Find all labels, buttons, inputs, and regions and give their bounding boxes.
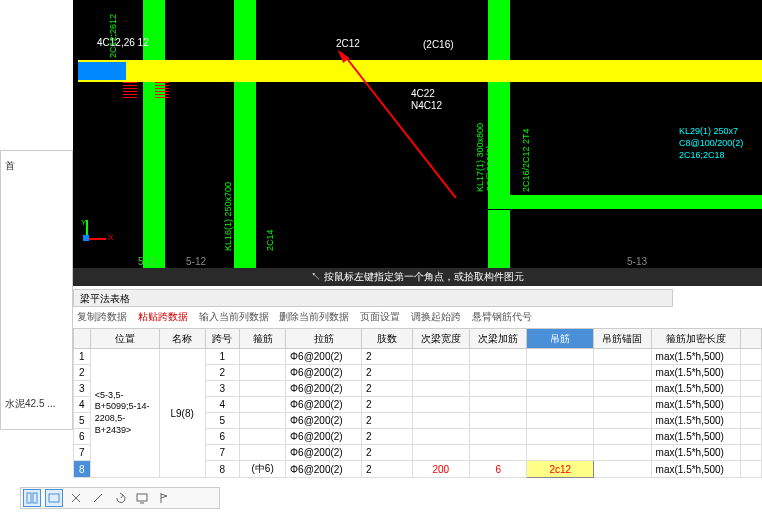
bottom-toolbar [20, 487, 220, 509]
beam-label: C8@200(2) [485, 145, 495, 192]
cursor-icon: ↖ [311, 271, 324, 282]
cell-span[interactable]: 2 [205, 365, 239, 381]
col-hanger[interactable]: 吊筋 [527, 329, 594, 349]
cell-tie[interactable]: Φ6@200(2) [286, 349, 362, 365]
beam-label: KL16(1) 250x700 [223, 182, 233, 251]
row-num[interactable]: 8 [74, 461, 91, 478]
beam-label: C8@100/200(2) [679, 138, 743, 148]
beam-vertical [143, 82, 165, 270]
btn-swap-start[interactable]: 调换起始跨 [411, 311, 461, 322]
cell-sub-width[interactable]: 200 [412, 461, 469, 478]
col-tie[interactable]: 拉筋 [286, 329, 362, 349]
beam-label: 2C16;2C18 [679, 150, 725, 160]
axis-x-label: X [108, 233, 113, 242]
cell-hanger[interactable] [527, 349, 594, 365]
grid-label: 5-11 [138, 256, 158, 267]
beam-label: KL29(1) 250x7 [679, 126, 738, 136]
grid-label: 5-13 [627, 256, 647, 267]
beam-label: 2C14 [265, 229, 275, 251]
cell-stirrup[interactable] [240, 349, 286, 365]
status-text: 按鼠标左键指定第一个角点，或拾取构件图元 [324, 271, 524, 282]
cell-hanger-active[interactable]: 2c12 [527, 461, 594, 478]
cell-tie[interactable]: Φ6@200(2) [286, 365, 362, 381]
tool-close-icon[interactable] [67, 489, 85, 507]
cell-sl[interactable]: max(1.5*h,500) [651, 349, 741, 365]
cell-legs[interactable]: 2 [361, 365, 412, 381]
left-item-2[interactable]: 水泥42.5 ... [1, 395, 72, 413]
annotation-text: 这个吊筋为什 [700, 165, 762, 195]
tool-flag-icon[interactable] [155, 489, 173, 507]
btn-page-setup[interactable]: 页面设置 [360, 311, 400, 322]
beam-centerline [78, 70, 762, 71]
col-position[interactable]: 位置 [90, 329, 159, 349]
svg-rect-6 [137, 494, 147, 501]
left-panel: 首 水泥42.5 ... [0, 150, 73, 430]
beam-segment-blue [78, 62, 126, 80]
row-num[interactable]: 3 [74, 381, 91, 397]
tool-select-icon[interactable] [23, 489, 41, 507]
cell-more[interactable] [741, 349, 762, 365]
beam-vertical [488, 0, 510, 60]
rebar-label: 9C25 [149, 14, 159, 36]
col-sub-width[interactable]: 次梁宽度 [412, 329, 469, 349]
axis-y-label: Y [81, 218, 86, 227]
row-num[interactable]: 5 [74, 413, 91, 429]
rebar-label-vertical: 2C12;2612 [108, 14, 118, 58]
cad-viewport[interactable]: 4C12,26 12 2C12;2612 9C25 2C12 (2C16) 4C… [73, 0, 762, 286]
cell-stirrup[interactable] [240, 365, 286, 381]
col-name[interactable]: 名称 [159, 329, 205, 349]
beam-label: 2C16/2C12 2T4 [521, 128, 531, 192]
junction-highlight [123, 82, 169, 104]
row-num[interactable]: 4 [74, 397, 91, 413]
grid-label: 5-12 [186, 256, 206, 267]
tool-rect-icon[interactable] [45, 489, 63, 507]
btn-paste-span[interactable]: 粘贴跨数据 [138, 311, 188, 322]
beam-vertical [488, 210, 510, 270]
beam-label: C8@100/200 [233, 198, 243, 251]
btn-cantilever[interactable]: 悬臂钢筋代号 [472, 311, 532, 322]
row-num[interactable]: 1 [74, 349, 91, 365]
rebar-label: N4C12 [411, 100, 442, 111]
svg-rect-2 [49, 494, 59, 502]
tool-line-icon[interactable] [89, 489, 107, 507]
beam-vertical [234, 0, 256, 60]
col-hanger-anchor[interactable]: 吊筋锚固 [594, 329, 651, 349]
col-span[interactable]: 跨号 [205, 329, 239, 349]
panel-title-bar: 梁平法表格 [73, 289, 673, 307]
btn-copy-span[interactable]: 复制跨数据 [77, 311, 127, 322]
col-more[interactable] [741, 329, 762, 349]
cell-position[interactable]: <5-3,5-B+5099;5-14-2208,5-B+2439> [90, 349, 159, 478]
row-num[interactable]: 6 [74, 429, 91, 445]
btn-input-col[interactable]: 输入当前列数据 [199, 311, 269, 322]
tool-undo-icon[interactable] [111, 489, 129, 507]
col-row-num[interactable] [74, 329, 91, 349]
btn-delete-col[interactable]: 删除当前列数据 [279, 311, 349, 322]
panel-title: 梁平法表格 [80, 293, 130, 304]
rebar-label: (2C16) [423, 39, 454, 50]
beam-label: KL17(1) 300x800 [475, 123, 485, 192]
cell-sr[interactable] [469, 349, 526, 365]
rebar-table[interactable]: 位置 名称 跨号 箍筋 拉筋 肢数 次梁宽度 次梁加筋 吊筋 吊筋锚固 箍筋加密… [73, 328, 762, 478]
table-row: 1 <5-3,5-B+5099;5-14-2208,5-B+2439> L9(8… [74, 349, 762, 365]
table-toolbar: 复制跨数据 粘贴跨数据 输入当前列数据 删除当前列数据 页面设置 调换起始跨 悬… [73, 308, 762, 326]
row-num[interactable]: 7 [74, 445, 91, 461]
rebar-label: 4C12,26 12 [97, 37, 149, 48]
cell-ha[interactable] [594, 349, 651, 365]
tool-screen-icon[interactable] [133, 489, 151, 507]
svg-line-5 [94, 494, 102, 502]
cell-legs[interactable]: 2 [361, 349, 412, 365]
col-stirrup-len[interactable]: 箍筋加密长度 [651, 329, 741, 349]
cell-span[interactable]: 1 [205, 349, 239, 365]
svg-rect-1 [33, 493, 37, 503]
rebar-label: 4C22 [411, 88, 435, 99]
col-sub-rebar[interactable]: 次梁加筋 [469, 329, 526, 349]
cell-sw[interactable] [412, 349, 469, 365]
beam-horizontal [488, 195, 762, 209]
svg-rect-0 [27, 493, 31, 503]
cell-sub-rebar[interactable]: 6 [469, 461, 526, 478]
row-num[interactable]: 2 [74, 365, 91, 381]
col-stirrup[interactable]: 箍筋 [240, 329, 286, 349]
col-legs[interactable]: 肢数 [361, 329, 412, 349]
left-item-1[interactable]: 首 [1, 157, 72, 175]
cell-name[interactable]: L9(8) [159, 349, 205, 478]
